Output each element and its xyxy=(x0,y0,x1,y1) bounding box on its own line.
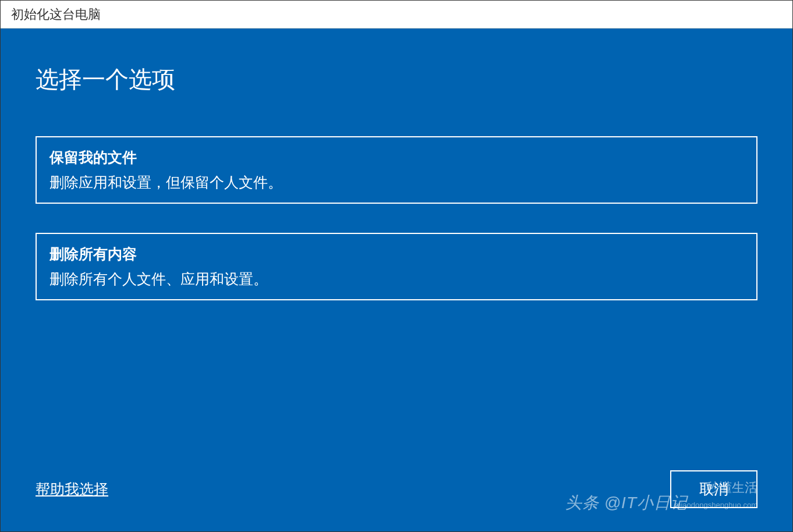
help-me-choose-link[interactable]: 帮助我选择 xyxy=(36,480,108,499)
page-heading: 选择一个选项 xyxy=(36,63,757,95)
content-area: 选择一个选项 保留我的文件 删除应用和设置，但保留个人文件。 删除所有内容 删除… xyxy=(1,29,792,531)
title-bar: 初始化这台电脑 xyxy=(1,1,792,29)
option-keep-my-files[interactable]: 保留我的文件 删除应用和设置，但保留个人文件。 xyxy=(36,136,757,204)
cancel-button[interactable]: 取消 xyxy=(670,470,757,508)
option-remove-everything[interactable]: 删除所有内容 删除所有个人文件、应用和设置。 xyxy=(36,233,757,300)
reset-pc-window: 初始化这台电脑 选择一个选项 保留我的文件 删除应用和设置，但保留个人文件。 删… xyxy=(0,0,793,532)
option-description: 删除所有个人文件、应用和设置。 xyxy=(49,269,744,289)
option-description: 删除应用和设置，但保留个人文件。 xyxy=(49,173,744,192)
option-title: 删除所有内容 xyxy=(49,244,744,264)
option-title: 保留我的文件 xyxy=(49,148,744,167)
options-list: 保留我的文件 删除应用和设置，但保留个人文件。 删除所有内容 删除所有个人文件、… xyxy=(36,136,757,300)
footer: 帮助我选择 取消 xyxy=(36,470,757,514)
window-title: 初始化这台电脑 xyxy=(11,6,101,23)
